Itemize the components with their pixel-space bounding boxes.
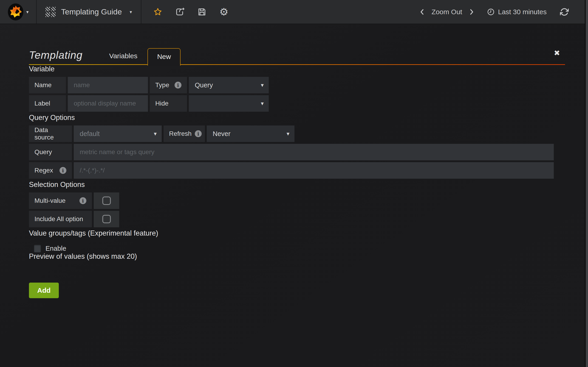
datasource-label: Data source: [29, 125, 72, 142]
name-input[interactable]: [68, 77, 148, 93]
multi-value-row: Multi-value i: [29, 192, 565, 209]
query-label: Query: [29, 144, 72, 160]
gear-icon[interactable]: ⚙: [219, 7, 229, 17]
side-menu-toggle[interactable]: ▾: [0, 0, 37, 24]
datasource-row: Data source default ▼ Refresh i Never ▼: [29, 125, 565, 142]
time-range-picker[interactable]: Last 30 minutes: [487, 8, 547, 16]
info-icon[interactable]: i: [174, 82, 182, 89]
regex-label: Regex i: [29, 162, 72, 179]
hide-label: Hide: [150, 95, 187, 112]
name-label: Name: [29, 77, 66, 93]
time-controls: Zoom Out Last 30 minutes: [419, 0, 588, 24]
multi-value-checkbox[interactable]: [94, 192, 119, 209]
type-label: Type i: [150, 77, 187, 93]
page-header: Templating Variables New ✖: [29, 37, 565, 65]
type-select[interactable]: Query ▼: [189, 77, 269, 93]
label-input[interactable]: [68, 95, 148, 112]
grafana-logo-icon: [7, 3, 24, 21]
chevron-down-icon: ▼: [261, 83, 264, 87]
info-icon[interactable]: i: [195, 130, 202, 137]
dashboard-title-dropdown[interactable]: Templating Guide ▾: [37, 0, 141, 24]
chevron-down-icon: ▾: [26, 9, 28, 15]
scrollbar-thumb[interactable]: [586, 0, 588, 367]
time-shift-forward-icon[interactable]: [468, 8, 475, 16]
scrollbar-track[interactable]: [585, 0, 588, 367]
save-icon[interactable]: [197, 7, 207, 17]
query-row: Query: [29, 144, 565, 160]
dashboard-title: Templating Guide: [61, 7, 122, 16]
add-button[interactable]: Add: [29, 283, 59, 298]
refresh-label: Refresh i: [164, 125, 205, 142]
refresh-select[interactable]: Never ▼: [207, 125, 294, 142]
variable-row-1: Name Type i Query ▼: [29, 77, 565, 93]
tab-new[interactable]: New: [147, 48, 181, 66]
checkbox-icon: [103, 197, 111, 205]
selection-options-heading: Selection Options: [29, 181, 565, 189]
close-icon[interactable]: ✖: [554, 49, 560, 57]
include-all-checkbox[interactable]: [94, 211, 119, 227]
enable-row: Enable: [34, 245, 565, 252]
navbar-actions: ⚙: [141, 0, 233, 24]
variable-heading: Variable: [29, 65, 565, 73]
include-all-row: Include All option: [29, 211, 565, 227]
preview-heading: Preview of values (shows max 20): [29, 252, 565, 261]
dashboard-grid-icon: [45, 7, 56, 17]
time-range-label: Last 30 minutes: [498, 8, 547, 16]
page-title: Templating: [29, 49, 82, 61]
include-all-label: Include All option: [29, 211, 92, 227]
chevron-down-icon: ▼: [154, 132, 157, 136]
checkbox-icon: [103, 215, 111, 223]
info-icon[interactable]: i: [79, 197, 86, 204]
zoom-out-button[interactable]: Zoom Out: [432, 8, 462, 16]
enable-checkbox[interactable]: [34, 245, 41, 252]
star-icon[interactable]: [153, 7, 163, 17]
share-icon[interactable]: [175, 7, 185, 17]
info-icon[interactable]: i: [60, 167, 66, 174]
regex-input[interactable]: [74, 162, 554, 179]
clock-icon: [487, 8, 495, 16]
datasource-select[interactable]: default ▼: [74, 125, 162, 142]
query-input[interactable]: [74, 144, 554, 160]
tab-variables[interactable]: Variables: [99, 52, 147, 65]
templating-editor: Templating Variables New ✖ Variable Name…: [0, 37, 588, 298]
header-underline: [29, 64, 565, 65]
enable-label: Enable: [45, 245, 66, 252]
tab-bar: Variables New: [99, 48, 181, 65]
time-shift-back-icon[interactable]: [419, 8, 426, 16]
hide-select[interactable]: ▼: [189, 95, 269, 112]
refresh-icon[interactable]: [560, 7, 569, 17]
query-options-heading: Query Options: [29, 114, 565, 122]
chevron-down-icon: ▼: [287, 132, 289, 136]
chevron-down-icon: ▾: [130, 9, 132, 15]
label-label: Label: [29, 95, 66, 112]
value-groups-heading: Value groups/tags (Experimental feature): [29, 229, 565, 237]
multi-value-label: Multi-value i: [29, 192, 92, 209]
variable-row-2: Label Hide ▼: [29, 95, 565, 112]
navbar: ▾ Templating Guide ▾ ⚙: [0, 0, 588, 24]
regex-row: Regex i: [29, 162, 565, 179]
chevron-down-icon: ▼: [261, 101, 264, 106]
